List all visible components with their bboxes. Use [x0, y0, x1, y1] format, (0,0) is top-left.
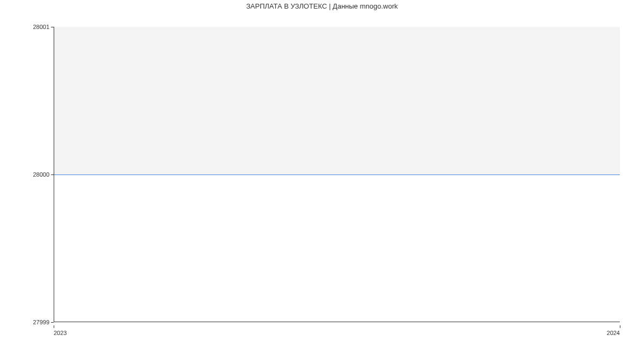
grid-band-upper — [54, 27, 620, 174]
y-tick-mark — [51, 322, 54, 323]
x-tick-label: 2024 — [607, 330, 620, 336]
chart-container: ЗАРПЛАТА В УЗЛОТЕКС | Данные mnogo.work … — [0, 0, 644, 349]
y-tick-mark — [51, 27, 54, 27]
y-tick-label: 27999 — [33, 319, 49, 325]
y-axis-line — [54, 27, 54, 322]
y-tick-label: 28001 — [33, 24, 49, 30]
y-tick-mark — [51, 174, 54, 175]
y-tick-label: 28000 — [33, 171, 49, 178]
data-line — [54, 174, 620, 175]
x-tick-mark — [620, 325, 620, 328]
x-axis-line — [54, 322, 620, 322]
chart-title: ЗАРПЛАТА В УЗЛОТЕКС | Данные mnogo.work — [0, 2, 644, 10]
plot-area — [54, 27, 620, 322]
x-tick-mark — [54, 325, 54, 328]
x-tick-label: 2023 — [54, 330, 67, 336]
